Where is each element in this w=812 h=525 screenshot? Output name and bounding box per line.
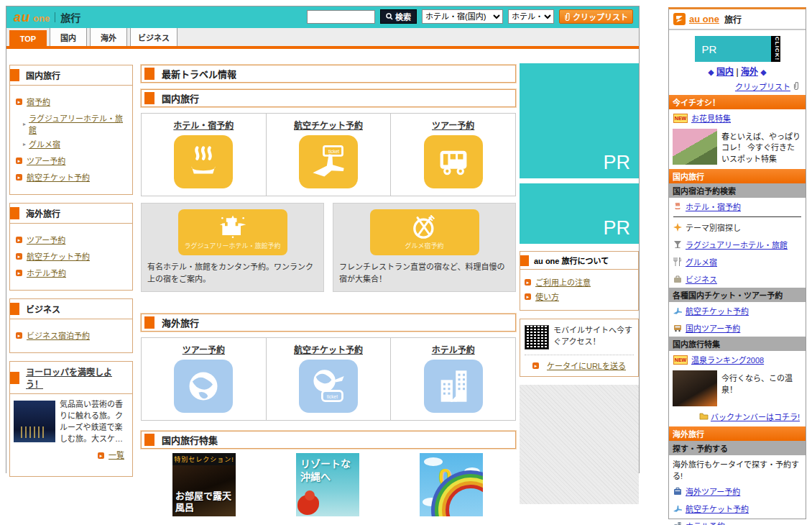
cliplist-button[interactable]: クリップリスト	[559, 9, 633, 24]
feature-rainbow-image[interactable]: 0	[420, 453, 483, 516]
search-category-select[interactable]: ホテル・宿(国内)	[422, 9, 503, 24]
panel-domestic-search-header: 国内宿泊予約検索	[669, 183, 806, 198]
svg-text:ticket: ticket	[327, 394, 338, 399]
tile-air[interactable]: 航空チケット予約 ticket	[267, 114, 392, 196]
onsen-ranking-link[interactable]: 温泉ランキング2008	[691, 354, 764, 365]
panel-ovs-air-link[interactable]: 航空チケット予約	[686, 503, 749, 514]
sidebar-link-ovs-tour[interactable]: ツアー予約	[27, 234, 65, 245]
tile-ovs-air[interactable]: 航空チケット予約 ticket	[267, 338, 392, 420]
tile-air-label[interactable]: 航空チケット予約	[267, 119, 391, 131]
tile-hotel[interactable]: ホテル・宿予約	[142, 114, 267, 196]
tab-domestic[interactable]: 国内	[50, 27, 87, 46]
features-section-header: 国内旅行特集	[141, 431, 516, 449]
globe-airplane-ticket-icon[interactable]: ticket	[299, 360, 358, 413]
europe-title-link[interactable]: ヨーロッパを満喫しよう！	[26, 365, 128, 390]
gourmet-banner[interactable]: グルメ宿予約	[370, 209, 479, 255]
main-page: au one 旅行 検索 ホテル・宿(国内) ホテル・宿名	[6, 6, 640, 473]
orange-square-icon	[144, 316, 154, 329]
sidebar-box-europe: ヨーロッパを満喫しよう！ 気品高い芸術の香りに触れる旅。クルーズや鉄道で楽しむ旅…	[9, 361, 133, 477]
overseas-section-title: 海外旅行	[162, 316, 199, 329]
tile-ovs-hotel[interactable]: ホテル予約	[391, 338, 515, 420]
luxury-banner[interactable]: ラグジュアリーホテル・旅館予約	[178, 209, 287, 255]
send-url-link[interactable]: ケータイにURLを送る	[547, 360, 626, 371]
hibiscus-icon	[297, 495, 319, 515]
mobile-panel: au one 旅行 PR CLICK! ◆ 国内 | 海外 ◆ クリップリスト …	[668, 7, 806, 519]
auone-logo-icon	[673, 13, 686, 25]
onsen-icon[interactable]	[174, 135, 233, 188]
panel-pr-banner[interactable]: PR	[695, 36, 771, 62]
castle-icon	[217, 215, 249, 239]
sidebar-business-header: ビジネス	[10, 299, 132, 319]
pr-banner-small[interactable]: PR	[520, 183, 639, 244]
sidebar-business-title: ビジネス	[26, 303, 60, 315]
globe-icon[interactable]	[174, 360, 233, 413]
sidebar-box-domestic: 国内旅行 ▸ 宿予約 ▸ ラグジュアリーホテル・旅館 ▸ グルメ宿 ▸ ツアー予…	[9, 65, 133, 195]
tile-tour-label[interactable]: ツアー予約	[391, 119, 515, 131]
europe-more-link[interactable]: 一覧	[109, 450, 124, 462]
tile-ovs-air-label[interactable]: 航空チケット予約	[267, 343, 391, 355]
panel-luxury-link[interactable]: ラグジュアリーホテル・旅館	[686, 239, 788, 250]
panel-click-tab[interactable]: CLICK!	[771, 36, 780, 62]
feature1-top-caption: 特別セレクション!	[172, 453, 236, 465]
tile-ovs-tour[interactable]: ツアー予約	[142, 338, 267, 420]
sidebar-link-air[interactable]: 航空チケット予約	[27, 171, 90, 183]
sidebar-link-yado[interactable]: 宿予約	[27, 96, 50, 107]
sidebar-link-ovs-hotel[interactable]: ホテル予約	[27, 267, 66, 278]
tab-business[interactable]: ビジネス	[130, 27, 177, 46]
sidebar-domestic-title: 国内旅行	[26, 69, 60, 81]
airplane-icon	[673, 306, 682, 315]
europe-thumbnail[interactable]	[14, 401, 55, 442]
hanami-link[interactable]: お花見特集	[691, 112, 731, 124]
panel-nav-overseas[interactable]: 海外	[741, 67, 758, 77]
tile-ovs-tour-label[interactable]: ツアー予約	[142, 343, 266, 355]
sidebar-sublink-luxury[interactable]: ラグジュアリーホテル・旅館	[29, 112, 128, 135]
left-sidebar: 国内旅行 ▸ 宿予約 ▸ ラグジュアリーホテル・旅館 ▸ グルメ宿 ▸ ツアー予…	[9, 65, 133, 485]
bullet-icon: ▸	[16, 99, 22, 105]
panel-business-link[interactable]: ビジネス	[686, 273, 717, 285]
about-box-title: au one 旅行について	[534, 255, 609, 266]
bullet-icon: ▸	[16, 332, 22, 339]
tile-hotel-label[interactable]: ホテル・宿予約	[142, 119, 266, 131]
bus-icon[interactable]	[424, 135, 483, 188]
tile-ovs-hotel-label[interactable]: ホテル予約	[391, 343, 515, 355]
panel-air-link[interactable]: 航空チケット予約	[686, 305, 749, 316]
search-input[interactable]	[307, 10, 375, 24]
search-keyword-select[interactable]: ホテル・宿名	[508, 9, 554, 24]
logo-one: one	[33, 13, 50, 24]
panel-ovs-hotel-link[interactable]: ホテル予約	[686, 520, 725, 525]
sidebar-link-ovs-air[interactable]: 航空チケット予約	[27, 250, 90, 262]
tab-overseas[interactable]: 海外	[90, 27, 127, 46]
pr-banner-large[interactable]: PR	[520, 63, 639, 178]
tab-top[interactable]: TOP	[9, 30, 47, 46]
overseas-section-header: 海外旅行	[141, 314, 516, 332]
panel-ovs-tour-link[interactable]: 海外ツアー予約	[686, 485, 740, 497]
airplane-ticket-icon[interactable]: ticket	[299, 135, 358, 188]
panel-ticket-header: 各種国内チケット・ツアー予約	[669, 288, 806, 302]
tile-tour[interactable]: ツアー予約	[391, 114, 515, 196]
sidebar-link-tour[interactable]: ツアー予約	[27, 155, 65, 166]
folder-icon	[699, 412, 709, 420]
feature-openair-bath-image[interactable]: 特別セレクション! お部屋で露天風呂	[172, 453, 236, 516]
overseas-lead-text: 海外旅行もケータイで探す・予約する!	[669, 455, 806, 483]
plate-cutlery-icon	[410, 215, 439, 239]
gourmet-banner-text: フレンチレストラン直営の宿など、料理自慢の宿が大集合！	[339, 261, 509, 285]
sidebar-link-business[interactable]: ビジネス宿泊予約	[27, 329, 90, 341]
bullet-icon: ▸	[525, 279, 531, 286]
site-logo[interactable]: au one 旅行	[14, 10, 80, 25]
panel-gourmet-link[interactable]: グルメ宿	[686, 256, 717, 268]
luxury-banner-label: ラグジュアリーホテル・旅館予約	[184, 241, 280, 250]
how-to-use-link[interactable]: 使い方	[535, 291, 559, 302]
feature-okinawa-image[interactable]: リゾートな沖縄へ	[296, 453, 359, 516]
usage-notice-link[interactable]: ご利用上の注意	[535, 276, 591, 288]
panel-domtour-link[interactable]: 国内ツアー予約	[686, 322, 740, 334]
onsen-thumbnail[interactable]	[673, 370, 717, 406]
panel-nav-domestic[interactable]: 国内	[716, 67, 734, 77]
search-button[interactable]: 検索	[380, 9, 417, 24]
panel-hotel-link[interactable]: ホテル・宿予約	[686, 201, 741, 212]
sidebar-sublink-gourmet[interactable]: グルメ宿	[29, 138, 60, 150]
dom-backnumber-link[interactable]: バックナンバーはコチラ!	[711, 413, 800, 421]
buildings-icon[interactable]	[424, 360, 483, 413]
sakura-thumbnail[interactable]	[673, 129, 717, 165]
panel-cliplist-link[interactable]: クリップリスト	[735, 83, 790, 91]
panel-logo-link[interactable]: au one	[689, 14, 719, 24]
